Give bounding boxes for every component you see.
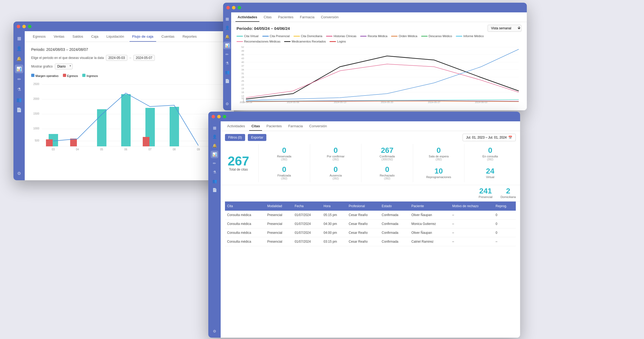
date-to-input[interactable]: 2024-05-07: [133, 55, 155, 61]
stat-rechazado-sub: (392): [384, 177, 390, 180]
tab3-actividades[interactable]: Actividades: [225, 121, 247, 131]
table-cell: 01/07/2024: [292, 211, 321, 220]
sidebar-icon-pencil[interactable]: ✏: [15, 75, 23, 83]
svg-text:1000: 1000: [33, 127, 40, 130]
maximize-button-2[interactable]: [238, 6, 241, 9]
tab3-farmacia[interactable]: Farmacia: [286, 121, 305, 131]
sidebar-icon-gear[interactable]: ⚙: [15, 169, 23, 178]
sidebar2-calendar[interactable]: ▦: [223, 15, 231, 23]
close-button-2[interactable]: [226, 6, 230, 9]
minimize-button-2[interactable]: [232, 6, 235, 9]
stat-enconsulta-num: 0: [488, 146, 492, 155]
sidebar3-flask[interactable]: ⚗: [211, 168, 218, 176]
date-row: Elige el periodo en el que deseas visual…: [31, 55, 227, 61]
tab2-actividades[interactable]: Actividades: [235, 12, 259, 22]
table-cell: 01/07/2024: [292, 237, 321, 246]
stats-section: 267 Total de citas 0 Reservada (392) 0 P…: [221, 144, 520, 185]
table-cell: 04:00 pm: [321, 228, 346, 237]
sidebar3-pencil[interactable]: ✏: [211, 160, 218, 167]
maximize-button-1[interactable]: [28, 25, 31, 28]
export-button[interactable]: Exportar: [248, 134, 266, 141]
sidebar-icon-user[interactable]: 👥: [15, 95, 23, 104]
sidebar3-doc[interactable]: 📄: [211, 186, 218, 194]
sidebar2-doc[interactable]: 📄: [223, 77, 231, 85]
sidebar-icon-doc[interactable]: 📄: [15, 105, 23, 114]
table-cell: Presencial: [265, 211, 292, 220]
tab-liquidacion[interactable]: Liquidación: [104, 31, 127, 42]
sidebar3-user[interactable]: 👥: [211, 177, 218, 185]
sidebar3-chart[interactable]: 📊: [211, 151, 218, 158]
svg-text:2000: 2000: [33, 97, 40, 100]
sidebar-icon-person[interactable]: 👤: [15, 44, 23, 53]
sidebar-icon-bell[interactable]: 🔔: [15, 54, 23, 63]
sidebar3-person[interactable]: 👤: [211, 133, 218, 140]
table-cell: 04:30 pm: [321, 220, 346, 228]
table-cell: 03:15 pm: [321, 237, 346, 246]
close-button-3[interactable]: [212, 115, 215, 118]
svg-text:25: 25: [241, 80, 244, 82]
sidebar2-flask[interactable]: ⚗: [223, 59, 231, 67]
sidebar2-bell[interactable]: 🔔: [223, 33, 231, 40]
svg-text:500: 500: [35, 139, 39, 142]
svg-text:34: 34: [241, 68, 244, 71]
stat-finalizada-num: 0: [282, 165, 287, 174]
sidebar-icon-flask[interactable]: ⚗: [15, 85, 23, 94]
tab3-conversion[interactable]: Conversión: [307, 121, 329, 131]
sidebar3-calendar[interactable]: ▦: [211, 124, 218, 132]
tab2-pacientes[interactable]: Pacientes: [276, 12, 296, 22]
graphic-type-select[interactable]: Diario: [55, 63, 73, 69]
th-fecha: Fecha: [292, 202, 321, 211]
sidebar2-chart[interactable]: 📊: [223, 42, 231, 49]
svg-text:28: 28: [241, 76, 244, 79]
sidebar3-gear[interactable]: ⚙: [211, 327, 218, 335]
table-cell: Confirmada: [380, 237, 409, 246]
sidebar2-gear[interactable]: ⚙: [223, 100, 231, 108]
filter-button[interactable]: Filtros (0): [225, 134, 245, 141]
svg-text:49: 49: [241, 50, 244, 52]
date-from-input[interactable]: 2024-05-03: [106, 55, 127, 61]
sidebar3-bell[interactable]: 🔔: [211, 142, 218, 149]
stat-ausencia-sub: (392): [332, 177, 339, 180]
legend-margen: Margen operativo: [35, 74, 59, 77]
stat-rechazado: 0 Rechazado (392): [361, 163, 413, 182]
minimize-button-3[interactable]: [217, 115, 221, 118]
table-cell: 01/07/2024: [292, 228, 321, 237]
date-prompt: Elige el periodo en el que deseas visual…: [31, 56, 104, 60]
svg-text:31: 31: [241, 72, 244, 75]
tab3-citas[interactable]: Citas: [249, 121, 262, 131]
tab2-farmacia[interactable]: Farmacia: [298, 12, 317, 22]
table-cell: 0: [493, 228, 516, 237]
chart-period-2: Periodo: 04/05/24 – 04/06/24: [237, 26, 290, 31]
sidebar-icon-calendar[interactable]: ▦: [15, 34, 23, 43]
minimize-button-1[interactable]: [22, 25, 26, 28]
tab2-conversion[interactable]: Conversión: [319, 12, 341, 22]
tab-ventas[interactable]: Ventas: [51, 31, 67, 42]
table-cell: –: [450, 237, 493, 246]
stat-sala-espera: 0 Sala de espera (392): [413, 144, 464, 163]
nav-tabs-1: Egresos Ventas Saldos Caja Liquidación F…: [25, 31, 234, 42]
stat-domiciliaria-num: 2: [506, 187, 510, 195]
sidebar2-person[interactable]: 👤: [223, 24, 231, 31]
tab-flujo-caja[interactable]: Flujo de caja: [130, 31, 156, 42]
tab-cuentas[interactable]: Cuentas: [159, 31, 177, 42]
table-cell: Confirmada: [380, 220, 409, 228]
tab-saldos[interactable]: Saldos: [70, 31, 86, 42]
select-row: Mostrar grafico Diario: [31, 63, 227, 69]
svg-text:2024-05-20: 2024-05-20: [381, 101, 393, 104]
sidebar2-user[interactable]: 👥: [223, 68, 231, 76]
maximize-button-3[interactable]: [223, 115, 226, 118]
stat-enconsulta-name: En consulta: [482, 155, 498, 158]
tab-egresos[interactable]: Egresos: [30, 31, 48, 42]
sidebar2-pencil[interactable]: ✏: [223, 51, 231, 58]
close-button-1[interactable]: [17, 25, 20, 28]
tab2-citas[interactable]: Citas: [262, 12, 274, 22]
table-cell: Confirmada: [380, 211, 409, 220]
date-range-button[interactable]: Jul. 01, 2023 – Jul. 01, 2024 📅: [463, 134, 516, 141]
vista-select[interactable]: Vista semanal: [488, 25, 521, 32]
tab-caja[interactable]: Caja: [88, 31, 101, 42]
table-cell: Monica Gutierrez: [409, 220, 450, 228]
tab-reportes[interactable]: Reportes: [180, 31, 199, 42]
sidebar-icon-chart[interactable]: 📊: [15, 65, 23, 73]
svg-text:2500: 2500: [33, 83, 40, 86]
tab3-pacientes[interactable]: Pacientes: [264, 121, 284, 131]
